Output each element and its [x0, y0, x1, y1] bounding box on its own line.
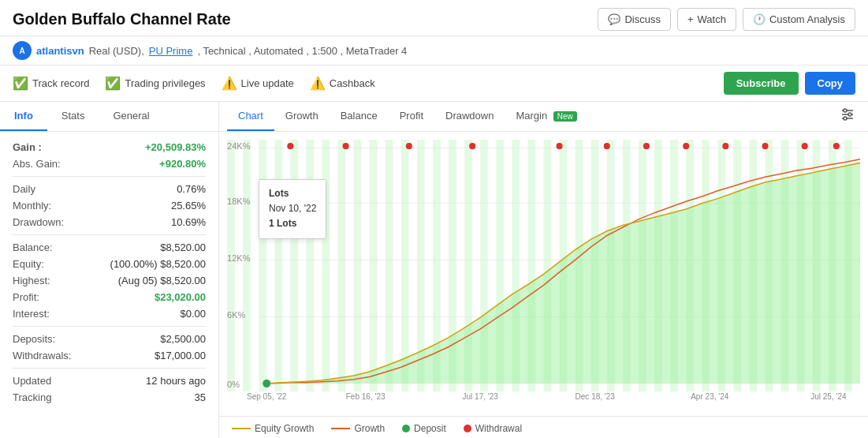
withdrawals-label: Withdrawals: [13, 350, 71, 361]
divider-3 [13, 326, 206, 327]
tab-general[interactable]: General [99, 102, 163, 131]
equity-row: Equity: (100.00%) $8,520.00 [13, 258, 206, 270]
withdrawal-dot-6 [604, 143, 610, 149]
tracking-label: Tracking [13, 391, 51, 403]
left-tabs: Info Stats General [0, 102, 218, 132]
chart-tab-growth[interactable]: Growth [274, 102, 330, 131]
chart-tab-profit[interactable]: Profit [389, 102, 434, 131]
deposit-dot [263, 380, 270, 387]
chart-tab-chart[interactable]: Chart [227, 102, 274, 131]
deposits-value: $2,500.00 [160, 333, 206, 345]
header-actions: 💬 Discuss + Watch 🕐 Custom Analysis [598, 8, 855, 31]
tracking-value: 35 [195, 391, 206, 403]
drawdown-value: 10.69% [171, 216, 206, 228]
subscribe-copy-area: Subscribe Copy [724, 72, 855, 95]
abs-gain-label: Abs. Gain: [13, 158, 61, 170]
discuss-button[interactable]: 💬 Discuss [598, 8, 671, 31]
monthly-value: 25.65% [171, 200, 206, 212]
withdrawal-dot-3 [406, 143, 412, 149]
trading-privileges-label: Trading privileges [125, 77, 205, 89]
check-icon-track: ✅ [13, 76, 28, 91]
account-username[interactable]: atlantisvn [36, 45, 84, 57]
withdrawals-value: $17,000.00 [155, 350, 206, 361]
avatar: A [13, 41, 32, 60]
withdrawals-row: Withdrawals: $17,000.00 [13, 350, 206, 361]
warn-icon-live: ⚠️ [222, 76, 237, 91]
cashback-label: Cashback [330, 77, 375, 89]
svg-text:12K%: 12K% [227, 253, 250, 263]
chart-tooltip: Lots Nov 10, '22 1 Lots [259, 179, 326, 239]
chart-settings-button[interactable] [835, 102, 860, 131]
account-row: A atlantisvn Real (USD), PU Prime , Tech… [0, 36, 868, 66]
track-record-label: Track record [32, 77, 89, 89]
gain-label: Gain : [13, 141, 42, 153]
equity-growth-line-legend [232, 428, 251, 429]
main-content: Info Stats General Gain : +20,509.83% Ab… [0, 102, 868, 438]
custom-analysis-button[interactable]: 🕐 Custom Analysis [743, 8, 855, 31]
chart-tab-margin[interactable]: Margin New [505, 102, 587, 131]
page-header: Golden Buffalo Channel Rate 💬 Discuss + … [0, 0, 868, 36]
tooltip-date: Nov 10, '22 [269, 201, 316, 216]
svg-text:Apr 23, '24: Apr 23, '24 [691, 392, 729, 401]
withdrawal-dot-9 [722, 143, 728, 149]
svg-text:Jul 25, '24: Jul 25, '24 [810, 392, 847, 401]
deposit-label: Deposit [414, 423, 446, 434]
left-panel: Info Stats General Gain : +20,509.83% Ab… [0, 102, 219, 438]
svg-text:Jul 17, '23: Jul 17, '23 [462, 392, 498, 401]
tooltip-value: 1 Lots [269, 216, 316, 231]
withdrawal-dot-7 [643, 143, 650, 149]
highest-row: Highest: (Aug 05) $8,520.00 [13, 275, 206, 286]
broker-link[interactable]: PU Prime [149, 45, 193, 57]
svg-text:6K%: 6K% [227, 310, 245, 320]
withdrawal-dot-5 [557, 143, 563, 149]
tab-info[interactable]: Info [0, 102, 47, 131]
equity-value: (100.00%) $8,520.00 [110, 258, 206, 270]
page-title: Golden Buffalo Channel Rate [13, 10, 231, 28]
equity-growth-label: Equity Growth [255, 423, 314, 434]
tab-stats[interactable]: Stats [47, 102, 99, 131]
legend-withdrawal: Withdrawal [464, 423, 522, 434]
interest-row: Interest: $0.00 [13, 308, 206, 320]
plus-icon: + [687, 13, 694, 25]
withdrawal-dot-10 [762, 143, 769, 149]
highest-label: Highest: [13, 275, 50, 286]
deposits-label: Deposits: [13, 333, 55, 345]
withdrawal-dot-2 [343, 143, 349, 149]
growth-line-legend [331, 428, 350, 429]
daily-row: Daily 0.76% [13, 183, 206, 195]
svg-text:Sep 05, '22: Sep 05, '22 [247, 392, 287, 401]
drawdown-row: Drawdown: 10.69% [13, 216, 206, 228]
updated-row: Updated 12 hours ago [13, 375, 206, 387]
profit-label: Profit: [13, 291, 39, 303]
updated-value: 12 hours ago [146, 375, 206, 387]
subscribe-button[interactable]: Subscribe [724, 72, 799, 95]
trading-privileges-badge: ✅ Trading privileges [105, 76, 205, 91]
copy-button[interactable]: Copy [805, 72, 856, 95]
chart-tab-drawdown[interactable]: Drawdown [434, 102, 505, 131]
svg-text:24K%: 24K% [227, 141, 250, 151]
cashback-badge: ⚠️ Cashback [310, 76, 375, 91]
monthly-row: Monthly: 25.65% [13, 200, 206, 212]
chart-legend: Equity Growth Growth Deposit Withdrawal [219, 416, 868, 438]
svg-text:Dec 18, '23: Dec 18, '23 [576, 392, 616, 401]
right-panel: Chart Growth Balance Profit Drawdown Mar… [219, 102, 868, 438]
balance-label: Balance: [13, 241, 53, 253]
discuss-icon: 💬 [608, 13, 620, 25]
withdrawal-dot-12 [833, 143, 840, 149]
new-badge: New [553, 111, 577, 122]
svg-point-3 [844, 109, 847, 112]
live-update-label: Live update [241, 77, 294, 89]
legend-growth: Growth [331, 423, 385, 434]
watch-button[interactable]: + Watch [677, 8, 736, 31]
chart-tab-balance[interactable]: Balance [330, 102, 389, 131]
deposit-dot-legend [402, 425, 410, 432]
withdrawal-dot-8 [683, 143, 689, 149]
account-details: Real (USD), [89, 45, 144, 57]
svg-point-5 [844, 117, 847, 120]
balance-row: Balance: $8,520.00 [13, 241, 206, 253]
tracking-row: Tracking 35 [13, 391, 206, 403]
daily-value: 0.76% [177, 183, 206, 195]
track-record-badge: ✅ Track record [13, 76, 89, 91]
svg-text:0%: 0% [227, 380, 240, 389]
divider-4 [13, 368, 206, 369]
